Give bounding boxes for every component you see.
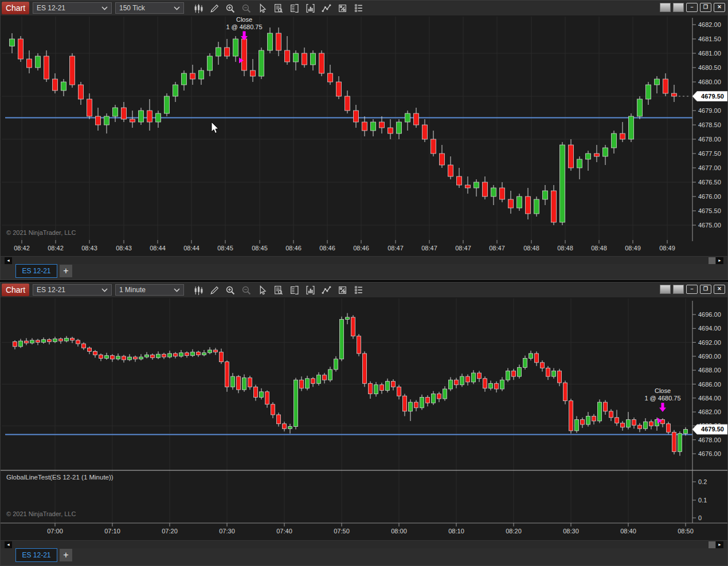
last-price-value: 4679.50 [701, 93, 724, 100]
horizontal-scrollbar[interactable]: ◄ ► [1, 540, 727, 549]
scroll-left-button[interactable]: ◄ [5, 257, 12, 264]
minimize-button[interactable]: – [686, 3, 698, 12]
candle [443, 386, 447, 401]
candle [53, 73, 58, 93]
scrollbar-thumb[interactable] [709, 257, 715, 264]
cursor-icon[interactable] [254, 1, 270, 15]
instrument-link-button[interactable] [660, 3, 671, 12]
interval-link-button[interactable] [673, 285, 684, 294]
scroll-right-button[interactable]: ► [716, 257, 723, 264]
candle [672, 85, 677, 102]
time-axis-label: 08:48 [557, 245, 573, 251]
add-tab-button[interactable]: + [60, 265, 72, 277]
time-axis-label: 08:49 [659, 245, 675, 251]
zoom-in-icon[interactable] [222, 283, 238, 297]
restore-button[interactable]: ❐ [700, 285, 711, 294]
drawing-tools-icon[interactable] [206, 283, 222, 297]
candle [620, 122, 625, 142]
time-axis-label: 08:49 [625, 245, 641, 251]
candle [265, 390, 269, 407]
properties-icon[interactable] [334, 283, 350, 297]
time-axis-label: 08:50 [678, 528, 694, 534]
candle [518, 364, 522, 378]
candle [517, 194, 522, 211]
interval-link-button[interactable] [673, 3, 684, 12]
candle [113, 105, 118, 122]
candle [190, 65, 195, 85]
data-series-icon[interactable] [350, 283, 366, 297]
instrument-link-button[interactable] [660, 285, 671, 294]
candle [609, 409, 613, 421]
candle [151, 353, 155, 360]
tab-es-12-21[interactable]: ES 12-21 [15, 264, 57, 278]
strategies-icon[interactable] [318, 1, 334, 15]
candle [405, 111, 410, 131]
close-button[interactable]: ✕ [714, 3, 725, 12]
scroll-left-button[interactable]: ◄ [5, 541, 12, 548]
scroll-right-button[interactable]: ► [716, 541, 723, 548]
chart-trader-icon[interactable] [286, 283, 302, 297]
interval-dropdown[interactable]: 150 Tick [115, 2, 184, 14]
zoom-in-icon[interactable] [222, 1, 238, 15]
candle [105, 353, 109, 360]
candle [615, 410, 619, 426]
candle [59, 337, 63, 344]
candlestick-chart[interactable]: 4682.004681.504681.004680.504680.004679.… [1, 15, 727, 256]
candle [489, 380, 493, 390]
candle [409, 399, 413, 421]
candle [362, 116, 367, 136]
watermark: © 2021 NinjaTrader, LLC [6, 229, 76, 236]
chart-menu-button[interactable]: Chart [2, 284, 29, 296]
candle [182, 70, 187, 91]
time-axis-label: 08:46 [285, 245, 302, 251]
drawing-tools-icon[interactable] [206, 1, 222, 15]
chart-style-icon[interactable] [190, 283, 206, 297]
horizontal-scrollbar[interactable]: ◄ ► [1, 256, 727, 265]
candle [317, 372, 321, 386]
time-axis-label: 08:45 [252, 245, 268, 251]
candlestick-chart[interactable]: GlobalLineTest(ES 12-21 (1 Minute))0.20.… [1, 297, 727, 540]
strategies-icon[interactable] [318, 283, 334, 297]
close-button[interactable]: ✕ [714, 285, 725, 294]
candle [500, 182, 505, 202]
candle [592, 414, 596, 424]
tab-es-12-21[interactable]: ES 12-21 [15, 548, 57, 562]
instrument-dropdown[interactable]: ES 12-21 [33, 2, 112, 14]
time-axis-label: 08:00 [391, 528, 407, 534]
candle [116, 353, 120, 360]
candle [526, 188, 531, 219]
data-box-icon[interactable] [270, 283, 286, 297]
candle [156, 111, 161, 128]
price-axis-label: 4678.50 [698, 121, 721, 128]
chart-trader-icon[interactable] [286, 1, 302, 15]
candle [523, 356, 527, 370]
candle [637, 96, 643, 119]
restore-button[interactable]: ❐ [700, 3, 711, 12]
data-box-icon[interactable] [270, 1, 286, 15]
instrument-dropdown[interactable]: ES 12-21 [33, 284, 112, 296]
candle [276, 27, 281, 56]
indicators-icon[interactable] [302, 1, 318, 15]
candle [603, 145, 608, 165]
time-axis-label: 08:47 [388, 245, 404, 251]
cursor-icon[interactable] [254, 283, 270, 297]
candle [414, 108, 419, 128]
minimize-button[interactable]: – [686, 285, 698, 294]
candle [345, 91, 350, 113]
indicators-icon[interactable] [302, 283, 318, 297]
candle [455, 378, 459, 388]
chart-style-icon[interactable] [190, 1, 206, 15]
candle [13, 340, 17, 349]
data-series-icon[interactable] [350, 1, 366, 15]
scrollbar-thumb[interactable] [709, 541, 715, 548]
candle [386, 379, 390, 392]
chevron-down-icon [174, 6, 180, 10]
properties-icon[interactable] [334, 1, 350, 15]
last-price-marker: 4679.50 [692, 424, 727, 434]
add-tab-button[interactable]: + [60, 549, 72, 561]
chart-menu-button[interactable]: Chart [2, 2, 29, 14]
interval-dropdown[interactable]: 1 Minute [115, 284, 184, 296]
time-axis-label: 08:45 [217, 245, 233, 251]
candle [293, 50, 299, 70]
candle [632, 418, 636, 429]
